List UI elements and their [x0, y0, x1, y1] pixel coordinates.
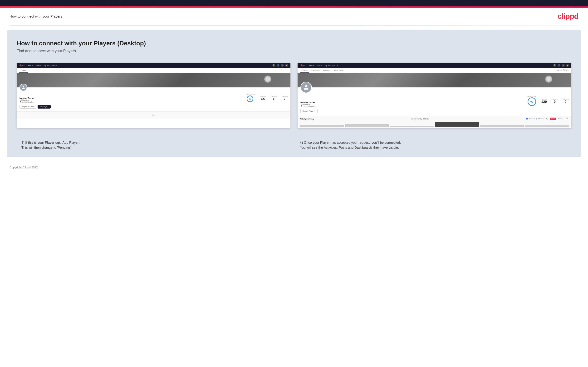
- search-icon-right[interactable]: 🔍: [553, 64, 556, 67]
- mini-banner-left: [17, 73, 290, 87]
- caption-left: 3) If this is your Player tap, 'Add Play…: [19, 135, 290, 150]
- svg-point-0: [23, 86, 24, 87]
- mini-nav-performance-right: My Performance: [325, 64, 338, 67]
- tab-profile-left[interactable]: Profile: [19, 68, 28, 73]
- mini-app-left: clippd Home Teams My Performance 🔍 👤 ⚙ ●…: [17, 63, 290, 118]
- chart-bar-1: [300, 125, 344, 127]
- mini-logo-left: clippd: [19, 64, 26, 67]
- mini-nav-teams-left: Teams: [36, 64, 41, 67]
- mini-navbar-right: clippd Home Teams My Performance 🔍 👤 ⚙ ●: [298, 63, 571, 68]
- period-3mths[interactable]: 3 mths: [557, 117, 563, 120]
- pencil-icon: ✏: [152, 113, 155, 117]
- activities-stat-right: Activities 129: [541, 98, 547, 104]
- mini-profile-section-right: Marcus Turner 1-5 Handicap 📍 United King…: [298, 87, 571, 116]
- mini-chart-bars: [300, 121, 569, 127]
- tab-profile-right[interactable]: Profile: [300, 68, 309, 73]
- player-name-left: Marcus Turner: [19, 97, 34, 99]
- mini-tabs-right-dropdown[interactable]: Marcus Turner ▾: [557, 68, 569, 73]
- remove-player-label: Remove Player: [303, 110, 313, 112]
- caption-right: 4) Once your Player has accepted your re…: [298, 135, 569, 150]
- quality-stat-right: Player Quality 92: [527, 96, 536, 106]
- captions-row: 3) If this is your Player tap, 'Add Play…: [17, 135, 571, 150]
- add-player-button[interactable]: Add Player +: [38, 105, 51, 108]
- activity-period: Monthly Activity - 6 Months: [411, 118, 429, 120]
- caption-left-text: 3) If this is your Player tap, 'Add Play…: [21, 140, 288, 150]
- profile-icon-right[interactable]: ●: [566, 64, 569, 67]
- mini-nav-home-right: Home: [309, 64, 314, 67]
- tab-activities-right[interactable]: Activities: [321, 68, 332, 73]
- following-stat-right: Following 0: [562, 98, 569, 104]
- remove-player-button[interactable]: Remove Player ✕: [300, 109, 318, 113]
- mini-activity-header: Activity Summary Monthly Activity - 6 Mo…: [300, 117, 569, 120]
- mini-buttons-left: Request to Follow Add Player +: [19, 105, 288, 108]
- mini-tabs-right: Profile Dashboard Activities What To On …: [298, 68, 571, 73]
- location-icon: 📍: [19, 101, 22, 103]
- mini-profile-section-left: Marcus Turner 1-5 Handicap 📍 United King…: [17, 87, 290, 111]
- activity-controls: On course Off course 1 yr 6 mths 3 mths …: [526, 117, 569, 120]
- off-course-label: Off course: [538, 118, 544, 119]
- player-country-left: 📍 United Kingdom: [19, 101, 34, 103]
- followers-stat-left: Followers 0: [271, 96, 277, 100]
- period-1mth[interactable]: 1 mth: [564, 117, 569, 120]
- mini-stats-row-left: Player Quality 92 Activities 129 Followe…: [228, 92, 288, 103]
- screenshot-right: clippd Home Teams My Performance 🔍 👤 ⚙ ●…: [298, 63, 571, 128]
- search-icon[interactable]: 🔍: [272, 64, 275, 67]
- mini-tabs-left: Profile: [17, 68, 290, 73]
- chart-bar-2: [345, 124, 389, 127]
- profile-icon[interactable]: ●: [285, 64, 288, 67]
- mini-avatar-left: [19, 83, 27, 91]
- followers-stat-right: Followers 0: [552, 98, 558, 104]
- profile-stats-wrapper-left: Marcus Turner 1-5 Handicap 📍 United King…: [19, 92, 288, 103]
- clippd-logo: clippd: [558, 12, 579, 21]
- mini-activity-section: Activity Summary Monthly Activity - 6 Mo…: [298, 116, 571, 128]
- mini-nav-teams-right: Teams: [317, 64, 322, 67]
- period-1yr[interactable]: 1 yr: [545, 117, 549, 120]
- breadcrumb: How to connect with your Players: [9, 14, 62, 18]
- quality-stat-left: Player Quality 92: [247, 94, 255, 102]
- period-6mths[interactable]: 6 mths: [550, 117, 556, 120]
- activities-stat-left: Activities 129: [260, 96, 266, 100]
- caption-right-text: 4) Once your Player has accepted your re…: [300, 140, 567, 150]
- copyright-text: Copyright Clippd 2022: [9, 166, 38, 169]
- main-title: How to connect with your Players (Deskto…: [17, 40, 571, 47]
- player-name-right: Marcus Turner: [300, 101, 315, 104]
- close-icon: ✕: [314, 110, 315, 112]
- off-course-legend: [536, 118, 537, 119]
- top-bar-stripe: [0, 6, 588, 8]
- settings-icon-right[interactable]: ⚙: [562, 64, 565, 67]
- mini-buttons-right: Remove Player ✕: [300, 109, 569, 113]
- svg-point-1: [305, 85, 307, 87]
- chart-bar-5: [480, 125, 524, 127]
- mini-banner-right: [298, 73, 571, 87]
- player-handicap-right: 1-5 Handicap: [300, 104, 315, 105]
- chart-bar-6: [525, 125, 569, 127]
- mini-app-right: clippd Home Teams My Performance 🔍 👤 ⚙ ●…: [298, 63, 571, 128]
- profile-stats-wrapper-right: Marcus Turner 1-5 Handicap 📍 United King…: [300, 94, 569, 107]
- tab-whattoon-right[interactable]: What To On: [332, 68, 345, 73]
- tab-dashboard-right[interactable]: Dashboard: [309, 68, 321, 73]
- screenshot-left: clippd Home Teams My Performance 🔍 👤 ⚙ ●…: [17, 63, 290, 128]
- mini-stats-row-right: Player Quality 92 Activities 129 Followe…: [502, 94, 569, 107]
- mini-navbar-left: clippd Home Teams My Performance 🔍 👤 ⚙ ●: [17, 63, 290, 68]
- screenshots-row: clippd Home Teams My Performance 🔍 👤 ⚙ ●…: [17, 63, 571, 128]
- user-icon-right[interactable]: 👤: [558, 64, 560, 67]
- mini-pencil-area: ✏: [17, 111, 290, 118]
- settings-icon[interactable]: ⚙: [281, 64, 284, 67]
- header-divider: [9, 25, 579, 25]
- chart-bar-3: [390, 126, 434, 127]
- player-handicap-left: 1-5 Handicap: [19, 99, 34, 101]
- main-content: How to connect with your Players (Deskto…: [7, 30, 581, 157]
- mini-nav-home-left: Home: [28, 64, 33, 67]
- user-icon[interactable]: 👤: [277, 64, 279, 67]
- follow-button[interactable]: Request to Follow: [19, 105, 36, 108]
- chart-bar-4: [435, 122, 479, 127]
- mini-nav-icons-left: 🔍 👤 ⚙ ●: [272, 64, 288, 67]
- page-header: How to connect with your Players clippd: [0, 8, 588, 25]
- on-course-legend: [526, 118, 528, 119]
- page-footer: Copyright Clippd 2022: [0, 162, 588, 173]
- mini-nav-performance-left: My Performance: [44, 64, 57, 67]
- location-icon-right: 📍: [300, 105, 303, 107]
- main-subtitle: Find and connect with your Players: [17, 49, 571, 53]
- mini-nav-icons-right: 🔍 👤 ⚙ ●: [553, 64, 569, 67]
- mini-player-info-left: Marcus Turner 1-5 Handicap 📍 United King…: [19, 97, 34, 103]
